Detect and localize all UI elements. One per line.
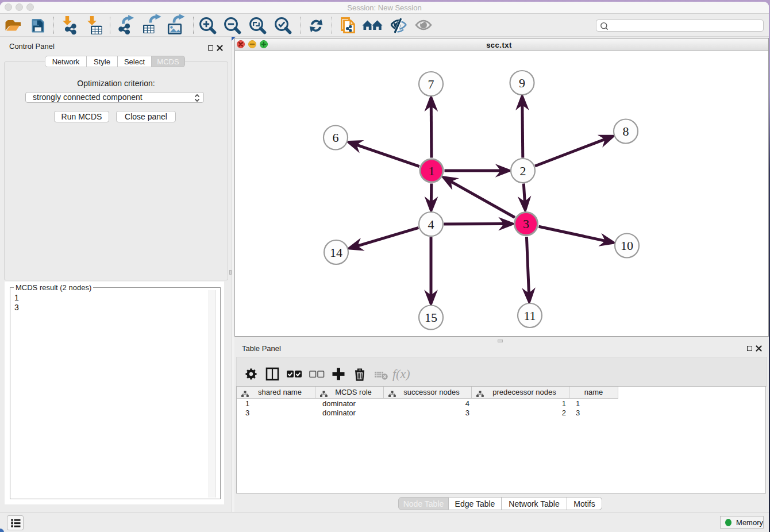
svg-text:4: 4: [428, 217, 434, 232]
svg-text:6: 6: [333, 130, 339, 145]
svg-text:1: 1: [429, 164, 435, 178]
svg-text:11: 11: [523, 309, 536, 323]
svg-text:15: 15: [425, 310, 437, 325]
svg-text:2: 2: [520, 164, 526, 178]
svg-text:9: 9: [519, 76, 525, 90]
svg-text:14: 14: [330, 245, 342, 260]
svg-text:8: 8: [623, 124, 629, 138]
svg-text:f(x): f(x): [392, 367, 410, 381]
svg-text:3: 3: [523, 217, 529, 231]
svg-text:10: 10: [621, 238, 633, 253]
svg-text:7: 7: [428, 77, 434, 91]
